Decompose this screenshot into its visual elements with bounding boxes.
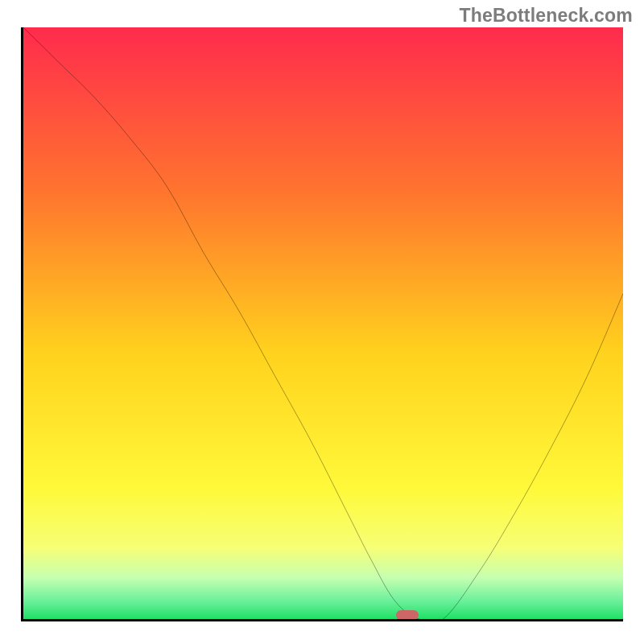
bottleneck-curve: [23, 27, 623, 619]
watermark-label: TheBottleneck.com: [459, 5, 633, 27]
plot-area: [21, 27, 623, 621]
chart-container: TheBottleneck.com: [0, 0, 644, 644]
optimal-marker: [396, 610, 419, 620]
